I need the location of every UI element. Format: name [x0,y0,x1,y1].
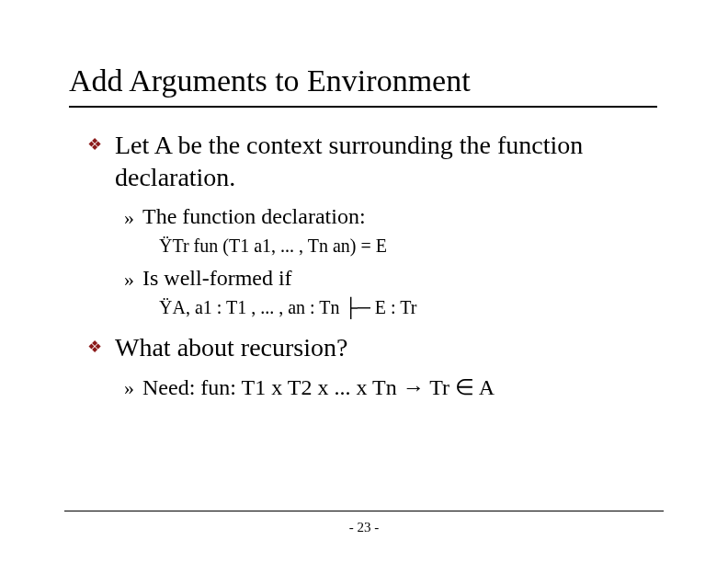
raquo-bullet-icon: » [124,376,139,400]
raquo-bullet-icon: » [124,268,139,292]
bullet-level1: ❖ What about recursion? [87,331,639,363]
diamond-bullet-icon: ❖ [87,134,104,155]
footer-divider [64,511,664,511]
slide-content: ❖ Let A be the context surrounding the f… [87,129,639,406]
bullet-text: The function declaration: [142,204,620,229]
page-number: - 23 - [0,520,728,535]
slide-title: Add Arguments to Environment [69,63,657,104]
bullet-level2: » Need: fun: T1 x T2 x ... x Tn → Tr ∈ A [124,374,639,400]
diamond-bullet-icon: ❖ [87,337,104,357]
bullet-text: Need: fun: T1 x T2 x ... x Tn → Tr ∈ A [142,374,620,400]
bullet-level1: ❖ Let A be the context surrounding the f… [87,129,639,193]
bullet-level3: ŸTr fun (T1 a1, ... , Tn an) = E [159,236,639,257]
raquo-bullet-icon: » [124,206,139,230]
bullet-level3: ŸA, a1 : T1 , ... , an : Tn ├─ E : Tr [159,297,639,318]
slide: Add Arguments to Environment ❖ Let A be … [0,0,728,563]
bullet-text: ŸTr fun (T1 a1, ... , Tn an) = E [159,236,387,256]
bullet-text: ŸA, a1 : T1 , ... , an : Tn ├─ E : Tr [159,297,416,317]
bullet-text: Let A be the context surrounding the fun… [115,129,630,193]
bullet-level2: » The function declaration: [124,204,639,230]
title-block: Add Arguments to Environment [69,63,657,108]
bullet-level2: » Is well-formed if [124,266,639,292]
title-underline [69,106,657,108]
bullet-text: Is well-formed if [142,266,620,291]
bullet-text: What about recursion? [115,331,630,363]
